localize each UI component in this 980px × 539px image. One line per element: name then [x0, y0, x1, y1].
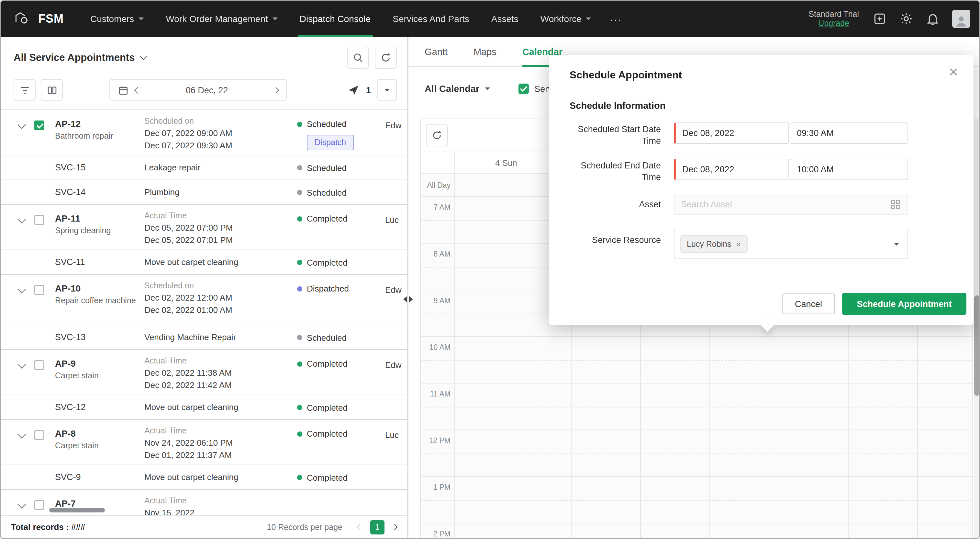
collapse-chevron-icon[interactable] — [18, 500, 25, 508]
user-avatar[interactable] — [952, 10, 970, 28]
horizontal-scrollbar-thumb[interactable] — [49, 508, 105, 512]
service-id: SVC-9 — [55, 465, 81, 490]
panel-header: All Service Appointments — [14, 46, 397, 69]
service-name: Plumbing — [144, 180, 179, 205]
service-row[interactable]: SVC-11 Move out carpet cleaning Complete… — [1, 249, 407, 274]
previous-day-button[interactable] — [134, 87, 141, 93]
quick-create-icon[interactable] — [873, 12, 887, 26]
grid-line — [454, 151, 455, 538]
hour-row[interactable]: 12 PM — [421, 430, 972, 477]
nav-item-services-and-parts[interactable]: Services And Parts — [382, 1, 480, 37]
row-checkbox[interactable] — [34, 430, 44, 440]
panel-resize-handle[interactable] — [401, 295, 414, 304]
status-dot — [297, 121, 302, 127]
next-day-button[interactable] — [273, 87, 279, 93]
time-label: 9 AM — [421, 297, 450, 305]
appointment-row[interactable]: AP-11 Spring cleaning Actual Time Dec 05… — [1, 204, 407, 249]
caret-down-icon — [894, 243, 899, 246]
appointment-row[interactable]: AP-10 Repair coffee machine Scheduled on… — [1, 274, 407, 325]
date-navigator: 06 Dec, 22 — [110, 79, 287, 101]
hour-row[interactable]: 10 AM — [421, 337, 972, 384]
next-page-button[interactable] — [391, 524, 398, 530]
asset-search-input[interactable] — [674, 194, 908, 215]
collapse-chevron-icon[interactable] — [18, 121, 25, 129]
time-end: Dec 05, 2022 07:01 PM — [144, 235, 294, 245]
end-date-input[interactable] — [674, 159, 789, 180]
row-checkbox[interactable] — [34, 360, 44, 370]
schedule-appointment-dialog: Schedule Appointment × Schedule Informat… — [549, 55, 974, 325]
appointment-id: AP-7 — [55, 498, 140, 509]
collapse-chevron-icon[interactable] — [18, 360, 25, 368]
nav-more-menu[interactable]: ··· — [602, 13, 630, 24]
time-label: 1 PM — [421, 483, 450, 491]
dispatch-button[interactable]: Dispatch — [307, 135, 354, 150]
time-kind-label: Actual Time — [144, 496, 294, 506]
service-filter-checkbox[interactable] — [518, 84, 528, 94]
assignee: Edw — [385, 285, 407, 295]
appointment-row[interactable]: AP-8 Carpet stain Actual Time Nov 24, 20… — [1, 419, 407, 464]
nav-item-customers[interactable]: Customers — [79, 1, 155, 37]
dispatch-options-button[interactable] — [377, 79, 397, 101]
view-toggle-button[interactable] — [41, 79, 63, 101]
hour-row[interactable]: 11 AM — [421, 384, 972, 430]
row-checkbox[interactable] — [34, 285, 44, 295]
service-row[interactable]: SVC-13 Vending Machine Repair Scheduled — [1, 325, 407, 349]
collapse-chevron-icon[interactable] — [18, 430, 25, 438]
row-checkbox[interactable] — [34, 215, 44, 225]
time-start: Dec 02, 2022 11:38 AM — [144, 368, 294, 378]
appointment-row[interactable]: AP-9 Carpet stain Actual Time Dec 02, 20… — [1, 349, 407, 394]
service-resource-multiselect[interactable]: Lucy Robins × — [674, 229, 908, 259]
collapse-chevron-icon[interactable] — [18, 285, 25, 293]
nav-item-dispatch-console[interactable]: Dispatch Console — [289, 1, 382, 37]
cancel-button[interactable]: Cancel — [782, 293, 835, 314]
nav-item-work-order-management[interactable]: Work Order Management — [155, 1, 288, 37]
schedule-appointment-button[interactable]: Schedule Appointment — [842, 293, 966, 315]
start-time-input[interactable] — [790, 123, 908, 144]
status-text: Dispatched — [307, 284, 349, 293]
previous-page-button[interactable] — [357, 524, 363, 530]
nav-item-workforce[interactable]: Workforce — [530, 1, 602, 37]
tab-gantt[interactable]: Gantt — [425, 37, 448, 66]
calendar-refresh-button[interactable] — [426, 124, 448, 147]
status-dot — [297, 190, 302, 195]
appointment-row[interactable]: AP-12 Bathroom repair Scheduled on Dec 0… — [1, 110, 407, 155]
service-row[interactable]: SVC-14 Plumbing Scheduled — [1, 179, 407, 204]
refresh-button[interactable] — [375, 47, 397, 69]
close-icon[interactable]: × — [949, 64, 958, 80]
bulk-dispatch-control[interactable]: 1 — [347, 84, 371, 97]
row-checkbox[interactable] — [34, 121, 44, 130]
end-time-input[interactable] — [790, 159, 908, 180]
upgrade-link[interactable]: Upgrade — [808, 19, 859, 28]
view-selector-dropdown[interactable]: All Service Appointments — [14, 52, 146, 64]
status-dot — [297, 361, 302, 366]
search-button[interactable] — [347, 47, 369, 69]
remove-chip-icon[interactable]: × — [736, 239, 741, 249]
nav-item-assets[interactable]: Assets — [480, 1, 530, 37]
current-date-label[interactable]: 06 Dec, 22 — [146, 85, 267, 95]
settings-gear-icon[interactable] — [899, 12, 913, 26]
status-text: Completed — [307, 429, 348, 439]
hour-row[interactable]: 1 PM — [421, 477, 972, 523]
time-kind-label: Scheduled on — [144, 281, 294, 290]
row-checkbox[interactable] — [34, 500, 44, 510]
filter-button[interactable] — [14, 79, 36, 101]
hour-row[interactable]: 2 PM — [421, 523, 972, 538]
notifications-bell-icon[interactable] — [926, 12, 940, 26]
vertical-scrollbar-thumb[interactable] — [974, 295, 979, 396]
calendar-selector-dropdown[interactable]: All Calendar — [425, 84, 490, 94]
service-row[interactable]: SVC-15 Leakage repair Scheduled — [1, 155, 407, 179]
current-page-button[interactable]: 1 — [370, 520, 385, 534]
start-date-input[interactable] — [674, 123, 789, 144]
status-dot — [297, 475, 302, 480]
time-label: 2 PM — [421, 530, 450, 538]
time-end: Dec 07, 2022 09:30 AM — [144, 140, 294, 150]
asset-lookup-grid-icon[interactable] — [890, 199, 901, 212]
list-toolbar: 06 Dec, 22 1 — [14, 78, 397, 102]
fsm-logo-icon[interactable] — [12, 9, 32, 29]
appointment-name: Carpet stain — [55, 441, 140, 451]
collapse-chevron-icon[interactable] — [18, 215, 25, 223]
service-row[interactable]: SVC-9 Move out carpet cleaning Completed — [1, 464, 407, 489]
tab-maps[interactable]: Maps — [474, 37, 496, 66]
time-label: 11 AM — [421, 390, 450, 398]
service-row[interactable]: SVC-12 Move out carpet cleaning Complete… — [1, 394, 407, 419]
